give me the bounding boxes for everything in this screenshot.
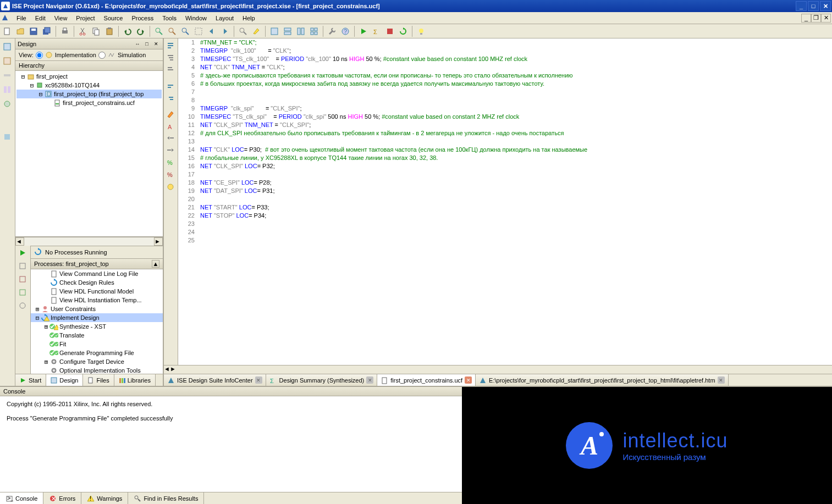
tree-row[interactable]: ⊟first_project (16, 72, 162, 81)
process-row[interactable]: Generate Programming File (31, 348, 163, 357)
win2-button[interactable] (282, 25, 294, 37)
undo-button[interactable] (122, 25, 134, 37)
print-button[interactable] (59, 25, 71, 37)
copy-button[interactable] (90, 25, 102, 37)
menu-tools[interactable]: Tools (158, 13, 181, 23)
highlight-button[interactable] (250, 25, 262, 37)
help-button[interactable]: ? (339, 25, 351, 37)
win4-button[interactable] (308, 25, 320, 37)
proc-btn-4[interactable] (16, 286, 29, 298)
processes-collapse-button[interactable]: ▲ (152, 260, 159, 268)
tab-start[interactable]: Start (15, 374, 46, 386)
close-icon[interactable]: ✕ (366, 376, 373, 384)
stop-button[interactable] (384, 25, 396, 37)
menu-edit[interactable]: Edit (31, 13, 50, 23)
close-icon[interactable]: ✕ (718, 376, 725, 384)
zoom-area-button[interactable] (192, 25, 205, 37)
close-button[interactable]: ✕ (820, 1, 831, 11)
processes-tree[interactable]: View Command Line Log FileCheck Design R… (31, 269, 163, 374)
process-row[interactable]: ⊟Implement Design (31, 313, 163, 322)
bulb-button[interactable] (415, 25, 427, 37)
rerun-button[interactable] (397, 25, 409, 37)
side-btn-5[interactable] (1, 98, 13, 110)
process-row[interactable]: ⊞User Constraints (31, 304, 163, 313)
ed-btn-2[interactable] (165, 52, 176, 63)
tree-row[interactable]: ⊟xc95288xl-10TQ144 (16, 81, 162, 90)
console-tab[interactable]: ✕Errors (43, 492, 81, 504)
ed-btn-5[interactable] (165, 92, 176, 103)
panel-float-button[interactable]: ↔ (133, 40, 142, 48)
maximize-button[interactable]: □ (808, 1, 819, 11)
menu-help[interactable]: Help (238, 13, 260, 23)
scroll-right-icon[interactable]: ► (154, 237, 163, 246)
win1-button[interactable] (268, 25, 280, 37)
process-row[interactable]: Fit (31, 340, 163, 348)
code-editor[interactable]: 1#TNM_NET = "CLK";2TIMEGRP "clk_100" = "… (178, 38, 832, 365)
menu-window[interactable]: Window (181, 13, 211, 23)
process-row[interactable]: ⊞Configure Target Device (31, 357, 163, 366)
console-tab[interactable]: Find in Files Results (128, 492, 204, 504)
ed-btn-4[interactable] (165, 80, 176, 91)
process-row[interactable]: ⊞Synthesize - XST (31, 322, 163, 331)
scroll-right-icon[interactable]: ► (170, 365, 176, 374)
menu-view[interactable]: View (50, 13, 72, 23)
editor-tab[interactable]: first_project_constrains.ucf✕ (377, 374, 476, 386)
mdi-minimize-button[interactable]: _ (801, 14, 811, 23)
tab-files[interactable]: Files (83, 374, 114, 386)
tree-hscroll[interactable]: ◄ ► (15, 237, 163, 246)
ed-unindent-button[interactable] (165, 133, 176, 144)
scroll-left-icon[interactable]: ◄ (164, 365, 170, 374)
ed-bookmark-button[interactable] (165, 181, 176, 192)
menu-project[interactable]: Project (71, 13, 99, 23)
ed-btn-1[interactable] (165, 40, 176, 51)
ed-comment-button[interactable]: % (165, 157, 176, 168)
save-button[interactable] (27, 25, 40, 37)
zoom-fit-button[interactable] (179, 25, 191, 37)
side-btn-3[interactable] (1, 69, 13, 81)
hierarchy-tree[interactable]: ⊟first_project⊟xc95288xl-10TQ144⊟Dfirst_… (15, 71, 163, 237)
proc-btn-2[interactable] (16, 260, 29, 272)
proc-run-button[interactable] (16, 247, 29, 259)
ed-uncomment-button[interactable]: % (165, 169, 176, 180)
find-button[interactable] (237, 25, 249, 37)
panel-pin-button[interactable]: □ (142, 40, 151, 48)
run-button[interactable] (357, 25, 370, 37)
process-row[interactable]: View Command Line Log File (31, 269, 163, 278)
paste-button[interactable] (103, 25, 115, 37)
ed-btn-3[interactable] (165, 64, 176, 75)
view-simulation-radio[interactable] (98, 52, 106, 59)
menu-process[interactable]: Process (127, 13, 158, 23)
menu-file[interactable]: File (12, 13, 31, 23)
win3-button[interactable] (295, 25, 307, 37)
side-btn-6[interactable] (1, 131, 13, 143)
open-button[interactable] (14, 25, 26, 37)
editor-tab[interactable]: ΣDesign Summary (Synthesized)✕ (266, 374, 378, 386)
view-implementation-radio[interactable] (36, 52, 43, 59)
side-btn-1[interactable] (1, 41, 13, 53)
ed-indent-button[interactable] (165, 145, 176, 156)
zoom-out-button[interactable] (166, 25, 178, 37)
mdi-close-button[interactable]: ✕ (821, 14, 831, 23)
side-btn-2[interactable] (1, 55, 13, 67)
zoom-in-button[interactable] (153, 25, 165, 37)
close-icon[interactable]: ✕ (255, 376, 262, 384)
sigma-button[interactable]: Σ (371, 25, 383, 37)
wrench-button[interactable] (326, 25, 338, 37)
editor-hscroll[interactable]: ◄ ► (164, 365, 832, 374)
ed-text-button[interactable]: A (165, 121, 176, 132)
editor-tab[interactable]: E:\projects\for_myrobot\cpld_start\first… (476, 374, 728, 386)
mdi-restore-button[interactable]: ❐ (811, 14, 821, 23)
process-row[interactable]: View HDL Functional Model (31, 287, 163, 296)
side-btn-4[interactable] (1, 84, 13, 96)
menu-layout[interactable]: Layout (211, 13, 238, 23)
tab-libraries[interactable]: Libraries (114, 374, 156, 386)
cut-button[interactable] (77, 25, 89, 37)
menu-source[interactable]: Source (100, 13, 128, 23)
scroll-left-icon[interactable]: ◄ (15, 237, 24, 246)
save-all-button[interactable] (41, 25, 53, 37)
console-tab[interactable]: >_Console (0, 492, 43, 504)
close-icon[interactable]: ✕ (465, 376, 472, 384)
new-button[interactable] (1, 25, 13, 37)
ed-pencil-button[interactable] (165, 109, 176, 120)
console-output[interactable]: Copyright (c) 1995-2011 Xilinx, Inc. All… (0, 396, 462, 492)
